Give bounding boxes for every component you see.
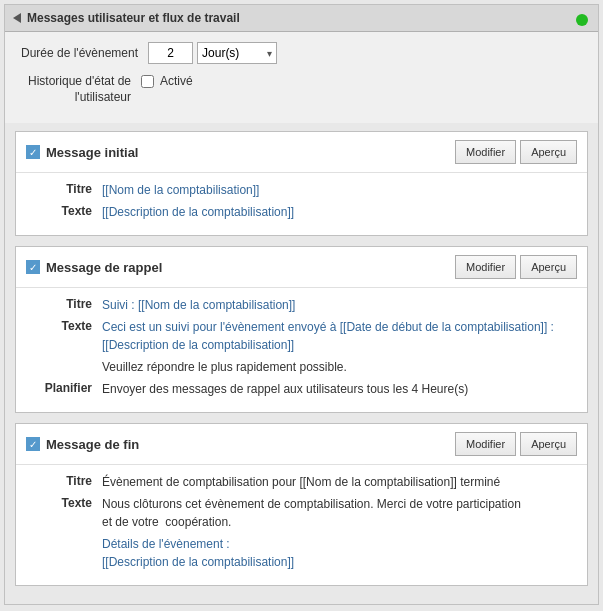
unit-dropdown-label: Jour(s)	[202, 46, 239, 60]
msg-key: Titre	[30, 473, 102, 488]
history-label: Historique d'état de l'utilisateur	[21, 74, 141, 105]
msg-row: Texte Nous clôturons cet évènement de co…	[30, 495, 573, 531]
modify-button-fin[interactable]: Modifier	[455, 432, 516, 456]
message-title-area-initial: ✓ Message initial	[26, 145, 138, 160]
chevron-down-icon: ▾	[267, 48, 272, 59]
msg-val: Détails de l'évènement :[[Description de…	[102, 535, 573, 571]
btn-group-fin: Modifier Aperçu	[455, 432, 577, 456]
msg-key	[30, 358, 102, 359]
duration-input[interactable]	[148, 42, 193, 64]
msg-row: Détails de l'évènement :[[Description de…	[30, 535, 573, 571]
msg-key: Texte	[30, 318, 102, 333]
duration-row: Durée de l'évènement Jour(s) ▾	[21, 42, 582, 64]
modify-button-rappel[interactable]: Modifier	[455, 255, 516, 279]
msg-val: Évènement de comptabilisation pour [[Nom…	[102, 473, 573, 491]
unit-dropdown[interactable]: Jour(s) ▾	[197, 42, 277, 64]
modify-button-initial[interactable]: Modifier	[455, 140, 516, 164]
msg-val: Envoyer des messages de rappel aux utili…	[102, 380, 573, 398]
message-header-initial: ✓ Message initial Modifier Aperçu	[16, 132, 587, 173]
preview-button-initial[interactable]: Aperçu	[520, 140, 577, 164]
message-block-rappel: ✓ Message de rappel Modifier Aperçu Titr…	[15, 246, 588, 413]
msg-val: Nous clôturons cet évènement de comptabi…	[102, 495, 573, 531]
msg-row: Texte [[Description de la comptabilisati…	[30, 203, 573, 221]
message-header-rappel: ✓ Message de rappel Modifier Aperçu	[16, 247, 587, 288]
msg-val: Ceci est un suivi pour l'évènement envoy…	[102, 318, 573, 354]
message-header-fin: ✓ Message de fin Modifier Aperçu	[16, 424, 587, 465]
section-header: Messages utilisateur et flux de travail	[5, 5, 598, 32]
message-checkbox-rappel[interactable]: ✓	[26, 260, 40, 274]
history-row: Historique d'état de l'utilisateur Activ…	[21, 74, 582, 105]
btn-group-initial: Modifier Aperçu	[455, 140, 577, 164]
history-checkbox-label: Activé	[160, 74, 193, 88]
msg-row: Titre Évènement de comptabilisation pour…	[30, 473, 573, 491]
msg-row: Titre Suivi : [[Nom de la comptabilisati…	[30, 296, 573, 314]
msg-key: Titre	[30, 296, 102, 311]
message-block-initial: ✓ Message initial Modifier Aperçu Titre …	[15, 131, 588, 236]
msg-row: Titre [[Nom de la comptabilisation]]	[30, 181, 573, 199]
message-body-fin: Titre Évènement de comptabilisation pour…	[16, 465, 587, 585]
msg-row: Veuillez répondre le plus rapidement pos…	[30, 358, 573, 376]
message-title-area-rappel: ✓ Message de rappel	[26, 260, 162, 275]
duration-label: Durée de l'évènement	[21, 46, 148, 60]
message-checkbox-fin[interactable]: ✓	[26, 437, 40, 451]
msg-key: Texte	[30, 203, 102, 218]
msg-val: [[Nom de la comptabilisation]]	[102, 181, 573, 199]
history-checkbox[interactable]	[141, 75, 154, 88]
message-body-rappel: Titre Suivi : [[Nom de la comptabilisati…	[16, 288, 587, 412]
msg-key: Planifier	[30, 380, 102, 395]
preview-button-rappel[interactable]: Aperçu	[520, 255, 577, 279]
message-title-area-fin: ✓ Message de fin	[26, 437, 139, 452]
msg-val: Suivi : [[Nom de la comptabilisation]]	[102, 296, 573, 314]
main-panel: Messages utilisateur et flux de travail …	[4, 4, 599, 605]
btn-group-rappel: Modifier Aperçu	[455, 255, 577, 279]
top-fields: Durée de l'évènement Jour(s) ▾ Historiqu…	[5, 32, 598, 123]
message-title-initial: Message initial	[46, 145, 138, 160]
msg-val: [[Description de la comptabilisation]]	[102, 203, 573, 221]
msg-row: Texte Ceci est un suivi pour l'évènement…	[30, 318, 573, 354]
msg-key: Titre	[30, 181, 102, 196]
content-area: ✓ Message initial Modifier Aperçu Titre …	[5, 123, 598, 604]
message-body-initial: Titre [[Nom de la comptabilisation]] Tex…	[16, 173, 587, 235]
collapse-icon[interactable]	[13, 13, 21, 23]
section-title: Messages utilisateur et flux de travail	[27, 11, 240, 25]
history-checkbox-row: Activé	[141, 74, 193, 88]
msg-val: Veuillez répondre le plus rapidement pos…	[102, 358, 573, 376]
status-indicator	[576, 14, 588, 26]
msg-key: Texte	[30, 495, 102, 510]
msg-key	[30, 535, 102, 536]
message-block-fin: ✓ Message de fin Modifier Aperçu Titre É…	[15, 423, 588, 586]
message-title-rappel: Message de rappel	[46, 260, 162, 275]
preview-button-fin[interactable]: Aperçu	[520, 432, 577, 456]
message-checkbox-initial[interactable]: ✓	[26, 145, 40, 159]
message-title-fin: Message de fin	[46, 437, 139, 452]
msg-row: Planifier Envoyer des messages de rappel…	[30, 380, 573, 398]
